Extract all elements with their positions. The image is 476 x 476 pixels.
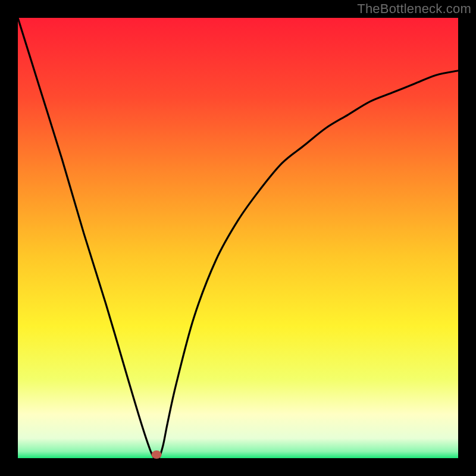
- chart-stage: TheBottleneck.com: [0, 0, 476, 476]
- optimum-marker: [152, 450, 162, 459]
- watermark-text: TheBottleneck.com: [357, 1, 471, 17]
- chart-svg: [0, 0, 476, 476]
- plot-background: [18, 18, 458, 458]
